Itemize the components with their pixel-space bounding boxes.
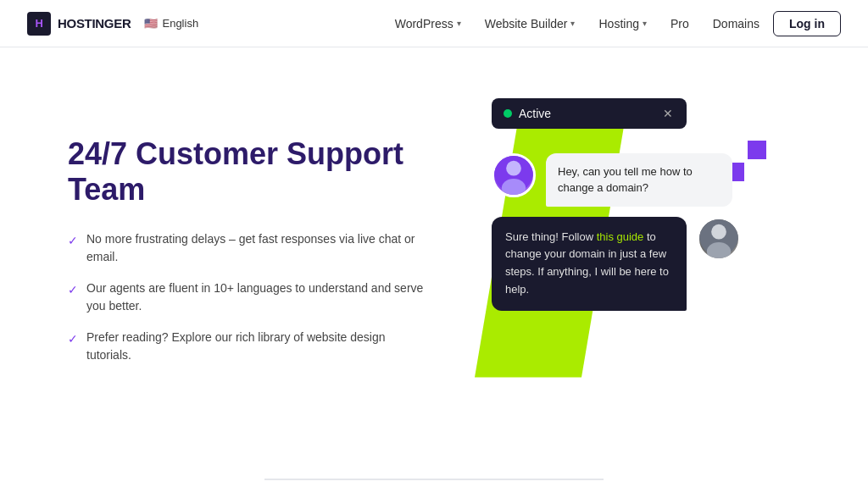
status-dot bbox=[504, 109, 512, 118]
purple-square bbox=[748, 141, 766, 159]
nav-domains[interactable]: Domains bbox=[703, 12, 770, 36]
hero-content: 24/7 Customer Support Team ✓ No more fru… bbox=[68, 136, 424, 364]
chevron-down-icon: ▾ bbox=[457, 19, 461, 28]
lang-label: English bbox=[162, 17, 198, 30]
pagination-dot[interactable] bbox=[264, 479, 332, 480]
pagination bbox=[0, 472, 868, 487]
message-incoming: Hey, can you tell me how to change a dom… bbox=[492, 153, 741, 207]
nav-hosting[interactable]: Hosting ▾ bbox=[588, 12, 656, 36]
guide-link[interactable]: this guide bbox=[597, 230, 644, 243]
flag-icon: 🇺🇸 bbox=[144, 17, 158, 30]
pagination-dot[interactable] bbox=[536, 479, 604, 480]
check-icon: ✓ bbox=[68, 330, 78, 348]
chevron-down-icon: ▾ bbox=[570, 19, 575, 28]
hero-section: 24/7 Customer Support Team ✓ No more fru… bbox=[0, 47, 868, 453]
status-badge: Active bbox=[519, 107, 551, 120]
feature-list: ✓ No more frustrating delays – get fast … bbox=[68, 230, 424, 364]
nav-pro[interactable]: Pro bbox=[660, 12, 699, 36]
message-bubble: Hey, can you tell me how to change a dom… bbox=[546, 153, 732, 207]
logo-icon: H bbox=[27, 12, 51, 36]
message-bubble-dark: Sure thing! Follow this guide to change … bbox=[492, 217, 687, 311]
check-icon: ✓ bbox=[68, 281, 78, 299]
chat-area: Hey, can you tell me how to change a dom… bbox=[492, 153, 741, 311]
navbar: H HOSTINGER 🇺🇸 English WordPress ▾ Websi… bbox=[0, 0, 868, 47]
list-item: ✓ No more frustrating delays – get fast … bbox=[68, 230, 424, 266]
svg-point-4 bbox=[711, 224, 726, 239]
logo[interactable]: H HOSTINGER bbox=[27, 12, 131, 36]
pagination-dot[interactable] bbox=[332, 479, 400, 480]
active-badge: Active ✕ bbox=[492, 98, 687, 129]
message-outgoing: Sure thing! Follow this guide to change … bbox=[492, 217, 741, 311]
nav-wordpress[interactable]: WordPress ▾ bbox=[385, 12, 471, 36]
logo-text: HOSTINGER bbox=[58, 16, 131, 30]
avatar bbox=[492, 153, 536, 197]
login-button[interactable]: Log in bbox=[773, 11, 841, 36]
svg-point-1 bbox=[506, 160, 521, 175]
pagination-dot[interactable] bbox=[468, 479, 536, 480]
nav-website-builder[interactable]: Website Builder ▾ bbox=[475, 12, 586, 36]
language-selector[interactable]: 🇺🇸 English bbox=[144, 17, 198, 30]
chevron-down-icon: ▾ bbox=[643, 19, 647, 28]
chat-illustration: Active ✕ Hey, can you tell me how to cha… bbox=[424, 90, 800, 412]
list-item: ✓ Prefer reading? Explore our rich libra… bbox=[68, 329, 424, 364]
close-icon[interactable]: ✕ bbox=[663, 107, 673, 120]
nav-links: WordPress ▾ Website Builder ▾ Hosting ▾ … bbox=[385, 11, 841, 36]
check-icon: ✓ bbox=[68, 232, 78, 250]
page-title: 24/7 Customer Support Team bbox=[68, 136, 424, 207]
avatar bbox=[697, 217, 741, 261]
pagination-dot[interactable] bbox=[400, 479, 468, 480]
list-item: ✓ Our agents are fluent in 10+ languages… bbox=[68, 279, 424, 315]
